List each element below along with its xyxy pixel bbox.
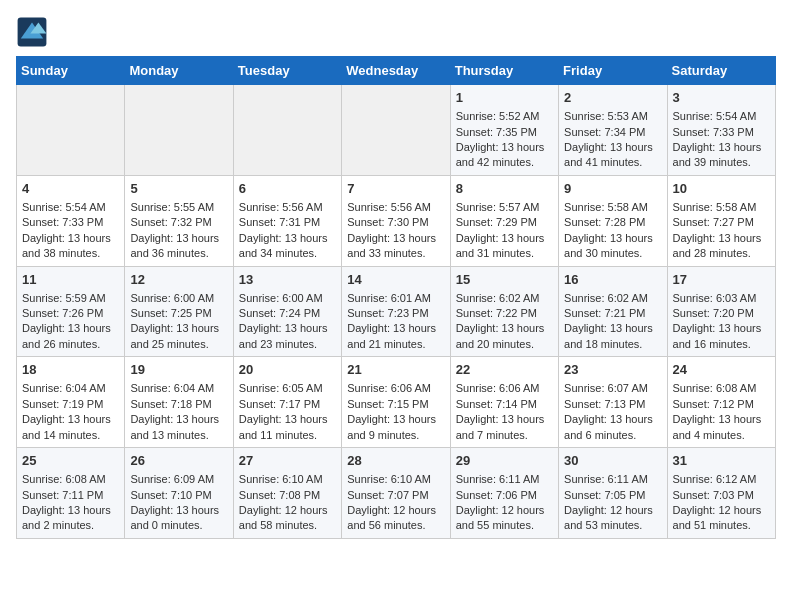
day-number: 24 bbox=[673, 361, 770, 379]
week-row-3: 11Sunrise: 5:59 AMSunset: 7:26 PMDayligh… bbox=[17, 266, 776, 357]
cell-info: and 53 minutes. bbox=[564, 518, 661, 533]
cell-info: Sunset: 7:24 PM bbox=[239, 306, 336, 321]
day-number: 26 bbox=[130, 452, 227, 470]
column-header-monday: Monday bbox=[125, 57, 233, 85]
cell-info: Sunrise: 6:08 AM bbox=[673, 381, 770, 396]
day-number: 8 bbox=[456, 180, 553, 198]
day-number: 23 bbox=[564, 361, 661, 379]
cell-info: Sunrise: 6:02 AM bbox=[456, 291, 553, 306]
cell-info: Daylight: 12 hours bbox=[673, 503, 770, 518]
calendar-cell: 29Sunrise: 6:11 AMSunset: 7:06 PMDayligh… bbox=[450, 448, 558, 539]
cell-info: Daylight: 12 hours bbox=[347, 503, 444, 518]
calendar-cell bbox=[125, 85, 233, 176]
calendar-cell: 20Sunrise: 6:05 AMSunset: 7:17 PMDayligh… bbox=[233, 357, 341, 448]
cell-info: Sunset: 7:29 PM bbox=[456, 215, 553, 230]
calendar-cell: 12Sunrise: 6:00 AMSunset: 7:25 PMDayligh… bbox=[125, 266, 233, 357]
day-number: 13 bbox=[239, 271, 336, 289]
cell-info: Daylight: 13 hours bbox=[239, 412, 336, 427]
day-number: 6 bbox=[239, 180, 336, 198]
calendar-cell: 28Sunrise: 6:10 AMSunset: 7:07 PMDayligh… bbox=[342, 448, 450, 539]
cell-info: and 51 minutes. bbox=[673, 518, 770, 533]
cell-info: and 25 minutes. bbox=[130, 337, 227, 352]
week-row-4: 18Sunrise: 6:04 AMSunset: 7:19 PMDayligh… bbox=[17, 357, 776, 448]
column-header-thursday: Thursday bbox=[450, 57, 558, 85]
cell-info: and 2 minutes. bbox=[22, 518, 119, 533]
cell-info: Sunset: 7:07 PM bbox=[347, 488, 444, 503]
week-row-2: 4Sunrise: 5:54 AMSunset: 7:33 PMDaylight… bbox=[17, 175, 776, 266]
cell-info: Daylight: 12 hours bbox=[456, 503, 553, 518]
cell-info: Daylight: 13 hours bbox=[239, 321, 336, 336]
cell-info: and 9 minutes. bbox=[347, 428, 444, 443]
cell-info: Sunrise: 6:11 AM bbox=[564, 472, 661, 487]
cell-info: Sunrise: 6:05 AM bbox=[239, 381, 336, 396]
cell-info: Sunset: 7:15 PM bbox=[347, 397, 444, 412]
calendar-cell: 1Sunrise: 5:52 AMSunset: 7:35 PMDaylight… bbox=[450, 85, 558, 176]
cell-info: Sunrise: 6:02 AM bbox=[564, 291, 661, 306]
cell-info: Sunset: 7:34 PM bbox=[564, 125, 661, 140]
cell-info: Daylight: 13 hours bbox=[130, 231, 227, 246]
day-number: 29 bbox=[456, 452, 553, 470]
cell-info: and 38 minutes. bbox=[22, 246, 119, 261]
cell-info: Sunrise: 5:59 AM bbox=[22, 291, 119, 306]
cell-info: and 56 minutes. bbox=[347, 518, 444, 533]
cell-info: Sunset: 7:12 PM bbox=[673, 397, 770, 412]
cell-info: Sunset: 7:33 PM bbox=[673, 125, 770, 140]
calendar-cell bbox=[17, 85, 125, 176]
day-number: 5 bbox=[130, 180, 227, 198]
cell-info: Daylight: 13 hours bbox=[22, 321, 119, 336]
calendar-cell: 8Sunrise: 5:57 AMSunset: 7:29 PMDaylight… bbox=[450, 175, 558, 266]
cell-info: and 39 minutes. bbox=[673, 155, 770, 170]
cell-info: Sunrise: 5:56 AM bbox=[347, 200, 444, 215]
cell-info: Sunrise: 6:09 AM bbox=[130, 472, 227, 487]
cell-info: Daylight: 13 hours bbox=[130, 412, 227, 427]
calendar-cell: 27Sunrise: 6:10 AMSunset: 7:08 PMDayligh… bbox=[233, 448, 341, 539]
calendar-cell: 13Sunrise: 6:00 AMSunset: 7:24 PMDayligh… bbox=[233, 266, 341, 357]
cell-info: Sunset: 7:26 PM bbox=[22, 306, 119, 321]
cell-info: Daylight: 13 hours bbox=[673, 412, 770, 427]
cell-info: Sunrise: 6:07 AM bbox=[564, 381, 661, 396]
header-row: SundayMondayTuesdayWednesdayThursdayFrid… bbox=[17, 57, 776, 85]
calendar-table: SundayMondayTuesdayWednesdayThursdayFrid… bbox=[16, 56, 776, 539]
cell-info: Daylight: 13 hours bbox=[456, 412, 553, 427]
cell-info: Sunset: 7:03 PM bbox=[673, 488, 770, 503]
cell-info: Sunset: 7:21 PM bbox=[564, 306, 661, 321]
cell-info: Sunset: 7:17 PM bbox=[239, 397, 336, 412]
cell-info: Sunrise: 5:58 AM bbox=[673, 200, 770, 215]
cell-info: and 36 minutes. bbox=[130, 246, 227, 261]
cell-info: and 18 minutes. bbox=[564, 337, 661, 352]
cell-info: Sunset: 7:19 PM bbox=[22, 397, 119, 412]
cell-info: Daylight: 13 hours bbox=[22, 412, 119, 427]
cell-info: Sunset: 7:35 PM bbox=[456, 125, 553, 140]
cell-info: Daylight: 13 hours bbox=[564, 412, 661, 427]
cell-info: and 20 minutes. bbox=[456, 337, 553, 352]
cell-info: and 28 minutes. bbox=[673, 246, 770, 261]
calendar-cell: 7Sunrise: 5:56 AMSunset: 7:30 PMDaylight… bbox=[342, 175, 450, 266]
column-header-sunday: Sunday bbox=[17, 57, 125, 85]
day-number: 2 bbox=[564, 89, 661, 107]
cell-info: Sunrise: 5:54 AM bbox=[22, 200, 119, 215]
cell-info: Sunset: 7:13 PM bbox=[564, 397, 661, 412]
cell-info: Daylight: 13 hours bbox=[564, 140, 661, 155]
cell-info: and 33 minutes. bbox=[347, 246, 444, 261]
cell-info: Daylight: 13 hours bbox=[22, 231, 119, 246]
calendar-cell: 22Sunrise: 6:06 AMSunset: 7:14 PMDayligh… bbox=[450, 357, 558, 448]
cell-info: Sunrise: 6:00 AM bbox=[239, 291, 336, 306]
cell-info: Sunset: 7:06 PM bbox=[456, 488, 553, 503]
day-number: 3 bbox=[673, 89, 770, 107]
cell-info: Daylight: 13 hours bbox=[564, 321, 661, 336]
cell-info: Daylight: 13 hours bbox=[564, 231, 661, 246]
calendar-cell: 3Sunrise: 5:54 AMSunset: 7:33 PMDaylight… bbox=[667, 85, 775, 176]
cell-info: and 26 minutes. bbox=[22, 337, 119, 352]
cell-info: Sunrise: 6:08 AM bbox=[22, 472, 119, 487]
cell-info: Sunrise: 5:57 AM bbox=[456, 200, 553, 215]
logo-icon bbox=[16, 16, 48, 48]
day-number: 21 bbox=[347, 361, 444, 379]
cell-info: Sunset: 7:27 PM bbox=[673, 215, 770, 230]
cell-info: Sunrise: 6:01 AM bbox=[347, 291, 444, 306]
day-number: 9 bbox=[564, 180, 661, 198]
cell-info: and 23 minutes. bbox=[239, 337, 336, 352]
cell-info: and 55 minutes. bbox=[456, 518, 553, 533]
cell-info: Daylight: 12 hours bbox=[564, 503, 661, 518]
cell-info: Sunset: 7:30 PM bbox=[347, 215, 444, 230]
cell-info: Sunset: 7:14 PM bbox=[456, 397, 553, 412]
